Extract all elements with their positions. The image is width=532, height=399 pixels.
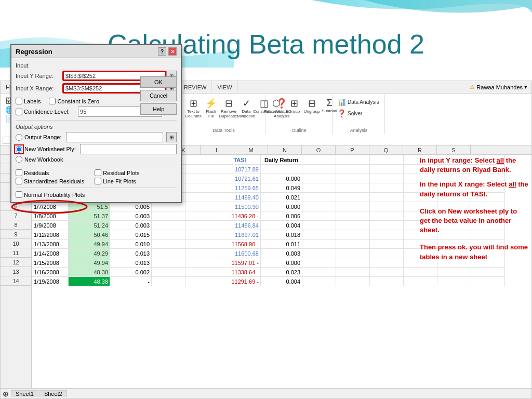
cell-bank-r8[interactable]: 51.24 — [69, 221, 110, 230]
cell-tasi-ret-r7[interactable]: 0.006 — [261, 211, 302, 221]
cell-tasi-ret-r4[interactable]: 0.049 — [261, 183, 302, 193]
cell-date-r6[interactable]: 1/7/2008 — [32, 202, 69, 211]
cell-j9[interactable] — [152, 230, 185, 240]
normal-prob-cb[interactable] — [16, 191, 22, 198]
col-q[interactable]: Q — [369, 145, 403, 154]
std-residuals-checkbox[interactable]: Standardized Residuals — [16, 178, 84, 184]
cell-date-r12[interactable]: 1/15/2008 — [32, 258, 69, 268]
cell-tasi-r12[interactable]: 11597.01 - — [219, 258, 261, 268]
cell-p8[interactable] — [370, 221, 404, 230]
cell-tasi-ret-r6[interactable]: 0.000 — [261, 202, 302, 211]
data-validation-btn[interactable]: ✓ Data Validation — [238, 97, 254, 119]
output-range-radio[interactable] — [16, 134, 22, 141]
cell-tasi-r2[interactable]: 10717.89 — [219, 165, 261, 174]
cell-return-r10[interactable]: 0.010 — [110, 240, 152, 249]
cell-return-r6[interactable]: 0.005 — [110, 202, 152, 211]
std-residuals-cb[interactable] — [16, 178, 22, 184]
cell-tasi-r9[interactable]: 11697.01 — [219, 230, 261, 240]
cell-r13[interactable] — [437, 268, 471, 277]
cell-k3[interactable] — [185, 174, 219, 183]
cell-r14[interactable] — [437, 277, 471, 286]
cell-bank-r14[interactable]: 48.38 — [69, 277, 110, 286]
cell-tasi-r13[interactable]: 11338.64 - — [219, 268, 261, 277]
cell-return-r9[interactable]: 0.015 — [110, 230, 152, 240]
flash-fill-btn[interactable]: ⚡ Flash Fill — [203, 97, 219, 119]
cell-tasi-ret-r3[interactable]: 0.000 — [261, 174, 302, 183]
new-worksheet-radio[interactable] — [16, 146, 22, 153]
cell-k8[interactable] — [185, 221, 219, 230]
labels-cb[interactable] — [16, 98, 22, 104]
group-btn[interactable]: ⊞ Group — [286, 97, 302, 115]
cell-k5[interactable] — [185, 193, 219, 202]
cell-tasi-r6[interactable]: 11500.90 — [219, 202, 261, 211]
cell-o8[interactable] — [336, 221, 370, 230]
cell-s13[interactable] — [471, 268, 505, 277]
cell-bank-r6[interactable]: 51.5 — [69, 202, 110, 211]
cell-p2[interactable] — [370, 165, 404, 174]
cell-n8[interactable] — [302, 221, 336, 230]
sheet-tab-1[interactable]: Sheet1 — [11, 390, 38, 397]
new-workbook-radio[interactable] — [16, 156, 22, 163]
data-analysis-btn[interactable]: 📊 Data Analysis — [337, 98, 380, 106]
cell-tasi-ret-r10[interactable]: 0.011 — [261, 240, 302, 249]
cell-tasi-r7[interactable]: 11436.28 - — [219, 211, 261, 221]
cell-o4[interactable] — [336, 183, 370, 193]
tab-review[interactable]: REVIEW — [179, 81, 212, 93]
cell-tasi-r11[interactable]: 11600.68 — [219, 249, 261, 258]
cell-o12[interactable] — [336, 258, 370, 268]
tab-view[interactable]: VIEW — [212, 81, 237, 93]
cell-s14[interactable] — [471, 277, 505, 286]
cell-o3[interactable] — [336, 174, 370, 183]
sheet-tab-2[interactable]: Sheet2 — [39, 390, 67, 397]
cell-tasi-r4[interactable]: 11259.65 — [219, 183, 261, 193]
cell-j14[interactable] — [152, 277, 185, 286]
cell-k14[interactable] — [185, 277, 219, 286]
relationships-btn[interactable]: ⬡ Relationships — [269, 97, 284, 115]
cell-o14[interactable] — [336, 277, 370, 286]
cell-date-r7[interactable]: 1/8/2008 — [32, 211, 69, 221]
cell-tasi-r14[interactable]: 11291.69 - — [219, 277, 261, 286]
add-sheet-btn[interactable]: ⊕ — [3, 390, 9, 398]
labels-checkbox[interactable]: Labels — [16, 98, 41, 104]
cell-p5[interactable] — [370, 193, 404, 202]
cell-j10[interactable] — [152, 240, 185, 249]
cell-p14[interactable] — [370, 277, 404, 286]
cell-n1[interactable] — [302, 155, 336, 165]
cell-tasi-r5[interactable]: 11499.40 — [219, 193, 261, 202]
col-p[interactable]: P — [336, 145, 369, 154]
residual-plots-checkbox[interactable]: Residual Plots — [95, 169, 139, 176]
cell-n13[interactable] — [302, 268, 336, 277]
solver-btn[interactable]: ❓ Solver — [337, 109, 380, 117]
cell-o11[interactable] — [336, 249, 370, 258]
cell-n7[interactable] — [302, 211, 336, 221]
col-m[interactable]: M — [234, 145, 268, 154]
cell-p9[interactable] — [370, 230, 404, 240]
output-range-picker[interactable]: ⊞ — [166, 132, 177, 142]
remove-duplicates-btn[interactable]: ⊟ Remove Duplicates — [221, 97, 236, 119]
cell-tasi-r3[interactable]: 10721.61 — [219, 174, 261, 183]
confidence-cb[interactable] — [16, 109, 22, 115]
cell-tasi-r8[interactable]: 11486.84 — [219, 221, 261, 230]
cell-tasi-ret-r5[interactable]: 0.021 — [261, 193, 302, 202]
col-r[interactable]: R — [403, 145, 437, 154]
cell-k13[interactable] — [185, 268, 219, 277]
col-n[interactable]: N — [268, 145, 302, 154]
confidence-checkbox[interactable]: Confidence Level: — [16, 109, 70, 115]
cell-tasi-ret-r2[interactable] — [261, 165, 302, 174]
cell-n4[interactable] — [302, 183, 336, 193]
cell-m1[interactable]: Daily Return — [261, 155, 302, 165]
cell-tasi-ret-r9[interactable]: 0.018 — [261, 230, 302, 240]
cell-k9[interactable] — [185, 230, 219, 240]
cell-n12[interactable] — [302, 258, 336, 268]
cell-n11[interactable] — [302, 249, 336, 258]
dialog-question-btn[interactable]: ? — [158, 47, 166, 56]
residuals-cb[interactable] — [16, 169, 22, 176]
cell-tasi-ret-r8[interactable]: 0.004 — [261, 221, 302, 230]
cell-p7[interactable] — [370, 211, 404, 221]
col-s[interactable]: S — [437, 145, 471, 154]
user-dropdown-icon[interactable]: ▾ — [524, 84, 527, 90]
cell-j6[interactable] — [152, 202, 185, 211]
cell-tasi-r10[interactable]: 11568.90 - — [219, 240, 261, 249]
dialog-close-btn[interactable]: ✕ — [168, 47, 177, 56]
ungroup-btn[interactable]: ⊟ Ungroup — [304, 97, 320, 115]
